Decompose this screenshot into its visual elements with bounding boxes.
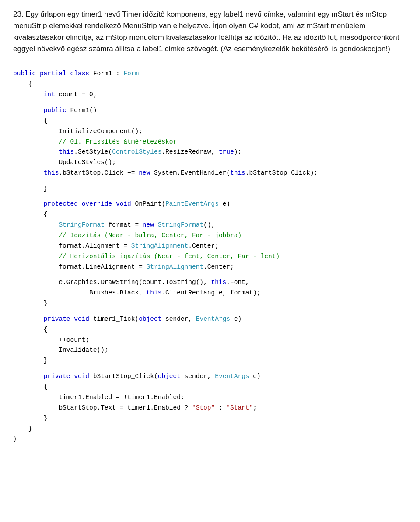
- code-line: public partial class Form1 : Form: [13, 69, 407, 79]
- code-line: [13, 366, 407, 371]
- question-text: 23. Egy űrlapon egy timer1 nevű Timer id…: [13, 9, 407, 55]
- code-line: // 01. Frissítés átméretezéskor: [13, 137, 407, 147]
- question-block: 23. Egy űrlapon egy timer1 nevű Timer id…: [13, 9, 407, 55]
- code-line: {: [13, 79, 407, 90]
- code-block: public partial class Form1 : Form { int …: [13, 64, 407, 449]
- code-line: [13, 309, 407, 314]
- code-line: StringFormat format = new StringFormat()…: [13, 220, 407, 231]
- code-line: private void timer1_Tick(object sender, …: [13, 314, 407, 325]
- code-line: UpdateStyles();: [13, 158, 407, 168]
- code-line: }: [13, 184, 407, 194]
- code-line: {: [13, 210, 407, 220]
- code-line: this.SetStyle(ControlStyles.ResizeRedraw…: [13, 147, 407, 158]
- code-line: timer1.Enabled = !timer1.Enabled;: [13, 392, 407, 403]
- code-line: private void bStartStop_Click(object sen…: [13, 371, 407, 382]
- code-line: format.Alignment = StringAlignment.Cente…: [13, 241, 407, 252]
- code-line: e.Graphics.DrawString(count.ToString(), …: [13, 277, 407, 288]
- code-line: [13, 100, 407, 105]
- code-line: ++count;: [13, 335, 407, 346]
- code-line: }: [13, 424, 407, 434]
- code-line: }: [13, 413, 407, 424]
- code-line: // Igazítás (Near - balra, Center, Far -…: [13, 231, 407, 241]
- code-line: }: [13, 434, 407, 445]
- code-line: {: [13, 382, 407, 392]
- code-line: [13, 179, 407, 184]
- code-line: protected override void OnPaint(PaintEve…: [13, 199, 407, 210]
- code-line: [13, 194, 407, 200]
- code-line: format.LineAlignment = StringAlignment.C…: [13, 262, 407, 273]
- code-line: public Form1(): [13, 105, 407, 116]
- code-line: int count = 0;: [13, 90, 407, 100]
- code-line: // Horizontális igazítás (Near - fent, C…: [13, 252, 407, 262]
- code-line: Invalidate();: [13, 345, 407, 356]
- code-line: }: [13, 298, 407, 309]
- code-line: [13, 273, 407, 278]
- code-line: {: [13, 116, 407, 126]
- code-line: this.bStartStop.Click += new System.Even…: [13, 168, 407, 179]
- code-line: Brushes.Black, this.ClientRectangle, for…: [13, 288, 407, 298]
- code-line: {: [13, 325, 407, 335]
- code-line: InitializeComponent();: [13, 126, 407, 137]
- code-line: bStartStop.Text = timer1.Enabled ? "Stop…: [13, 403, 407, 413]
- code-line: }: [13, 356, 407, 366]
